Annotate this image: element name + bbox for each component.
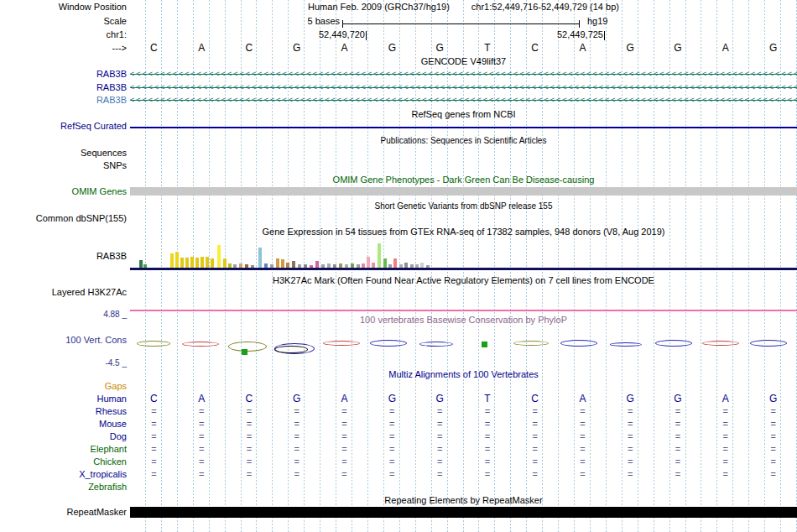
refseq-curated-label[interactable]: RefSeq Curated [0,121,127,132]
alignment-mark: = [416,419,464,430]
conservation-glyph [560,340,597,347]
base-letter: G [749,394,797,404]
gtex-expression-bar[interactable] [195,258,199,268]
omim-genes-label[interactable]: OMIM Genes [0,186,127,197]
h3k27ac-track-title: H3K27Ac Mark (Often Found Near Active Re… [130,275,797,286]
gtex-expression-bar[interactable] [217,245,221,268]
alignment-mark: = [701,469,749,480]
multiz-gaps-label[interactable]: Gaps [0,381,127,392]
strand-direction-label: ---> [0,43,127,54]
coordinate-value: 52,449,725 [557,29,603,40]
alignment-mark: = [273,419,320,430]
alignment-mark: = [130,406,178,417]
conservation-glyph [182,342,219,347]
gtex-expression-bar[interactable] [393,258,397,268]
layered-h3k27ac-label[interactable]: Layered H3K27Ac [0,287,127,298]
alignment-mark: = [511,444,559,455]
gtex-expression-bar[interactable] [315,261,319,268]
base-letter: G [368,394,416,404]
assembly-name: Human Feb. 2009 (GRCh37/hg19) [308,2,450,13]
base-letter: A [701,43,749,54]
alignment-mark: = [749,431,797,442]
gtex-expression-bar[interactable] [180,258,184,268]
publications-sequences-label[interactable]: Sequences [0,148,127,159]
gtex-expression-bar[interactable] [367,257,370,268]
coordinate-tick-left: 52,449,720 [319,29,367,40]
alignment-mark: = [464,419,512,430]
gtex-expression-bar[interactable] [292,261,295,268]
publications-snps-label[interactable]: SNPs [0,160,127,171]
gtex-expression-bar[interactable] [378,243,381,268]
gtex-expression-bar[interactable] [170,253,174,268]
h3k27ac-signal-line[interactable] [130,310,797,311]
alignment-mark: = [464,444,512,455]
conservation-glyph [323,341,360,346]
refseq-gene-line[interactable] [130,127,797,128]
gencode-gene-line[interactable]: <<<<<<<<<<<<<<<<<<<<<<<<<<<<<<<<<<<<<<<<… [130,95,797,106]
alignment-mark: = [416,431,464,442]
chromosome-label: chr1: [0,29,127,40]
conservation-track-label[interactable]: 100 Vert. Cons [0,335,127,346]
base-letter: C [511,43,559,54]
repeatmasker-label[interactable]: RepeatMasker [0,507,127,518]
window-position-label: Window Position [0,2,127,13]
species-label-chicken[interactable]: Chicken [0,456,127,467]
alignment-mark: = [178,444,226,455]
species-label-dog[interactable]: Dog [0,431,127,442]
gtex-expression-bar[interactable] [190,257,194,268]
alignment-mark: = [130,469,178,480]
conservation-glyph [137,341,170,347]
gtex-expression-bar[interactable] [281,259,284,268]
gtex-gene-label[interactable]: RAB3B [0,251,127,262]
alignment-mark: = [559,406,607,417]
conservation-glyph [242,349,247,355]
gencode-gene-label[interactable]: RAB3B [0,95,127,106]
gencode-gene-label[interactable]: RAB3B [0,69,127,80]
species-label-elephant[interactable]: Elephant [0,444,127,455]
gencode-gene-line[interactable]: <<<<<<<<<<<<<<<<<<<<<<<<<<<<<<<<<<<<<<<<… [130,82,797,93]
gtex-expression-bar[interactable] [211,258,214,268]
conservation-glyph [370,340,407,347]
gtex-expression-bar[interactable] [258,248,262,268]
alignment-mark: = [130,431,178,442]
gtex-track-title: Gene Expression in 54 tissues from GTEx … [130,227,797,237]
conservation-glyph [750,340,787,347]
base-letter: A [701,394,749,404]
alignment-mark: = [368,444,416,455]
base-letter: T [464,394,512,404]
species-label-zebrafish[interactable]: Zebrafish [0,482,127,493]
conservation-glyph [419,342,453,347]
alignment-mark: = [368,406,416,417]
gtex-expression-bar[interactable] [185,258,189,268]
base-letter: A [320,394,368,404]
alignment-mark: = [130,456,178,467]
species-label-rhesus[interactable]: Rhesus [0,406,127,417]
gencode-gene-label[interactable]: RAB3B [0,82,127,93]
gencode-gene-line[interactable]: <<<<<<<<<<<<<<<<<<<<<<<<<<<<<<<<<<<<<<<<… [130,69,797,80]
gtex-expression-bar[interactable] [175,252,179,268]
base-letter: A [559,43,607,54]
gtex-expression-bar[interactable] [139,260,143,268]
base-letter: G [416,394,464,404]
conservation-glyph [482,342,487,347]
gtex-expression-bar[interactable] [223,258,227,268]
alignment-mark: = [607,469,654,480]
base-letter: G [654,43,702,54]
common-dbsnp-label[interactable]: Common dbSNP(155) [0,213,127,224]
alignment-mark: = [654,419,702,430]
gtex-expression-bar[interactable] [383,258,387,268]
repeatmasker-element-bar[interactable] [130,507,797,518]
multiz-human-label[interactable]: Human [0,394,127,404]
alignment-mark: = [607,419,654,430]
gtex-expression-bar[interactable] [201,257,204,268]
gtex-expression-bar[interactable] [206,257,209,268]
species-label-x_tropicalis[interactable]: X_tropicalis [0,469,127,480]
omim-gene-bar[interactable] [130,187,797,196]
base-letter: C [511,394,559,404]
omim-track-title: OMIM Gene Phenotypes - Dark Green Can Be… [130,175,797,185]
species-label-mouse[interactable]: Mouse [0,419,127,430]
alignment-mark: = [559,444,607,455]
base-letter: G [654,394,702,404]
alignment-mark: = [464,456,512,467]
gtex-expression-bar[interactable] [276,258,279,268]
